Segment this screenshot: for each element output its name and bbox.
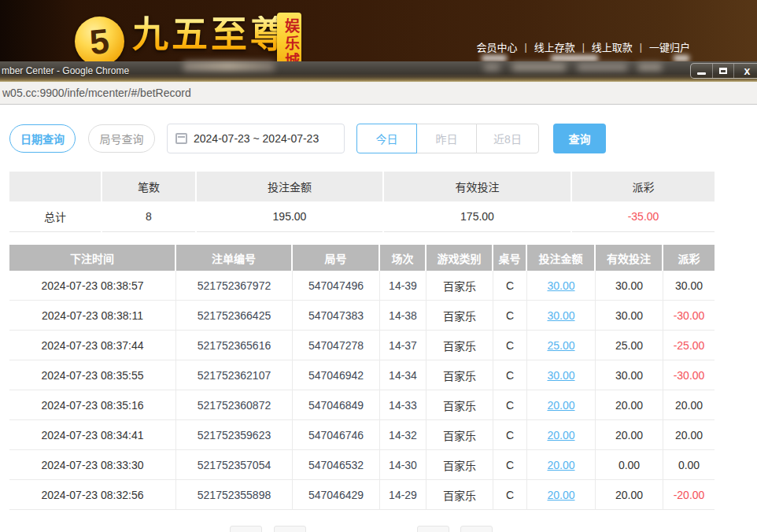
- cell-payout: -25.00: [663, 331, 715, 360]
- col-game-type: 游戏类别: [427, 245, 493, 271]
- cell-table-no: C: [493, 271, 527, 301]
- pagination-button[interactable]: [417, 526, 449, 532]
- cell-payout: -20.00: [663, 480, 715, 510]
- minimize-button[interactable]: [691, 64, 712, 78]
- col-table-no: 桌号: [493, 245, 527, 271]
- window-titlebar[interactable]: mber Center - Google Chrome x: [0, 61, 757, 82]
- cell-round-id: 547046429: [293, 480, 380, 510]
- cell-bet-time: 2024-07-23 08:34:41: [9, 420, 176, 450]
- table-row: 2024-07-23 08:32:56 521752355898 5470464…: [9, 480, 715, 510]
- site-header: 5 九五至尊 娱乐城 会员中心 | 线上存款 | 线上取款 | 一键归户: [0, 0, 757, 65]
- nav-withdraw[interactable]: 线上取款: [592, 39, 633, 54]
- table-row: 2024-07-23 08:37:44 521752365616 5470472…: [9, 331, 715, 360]
- cell-bet-time: 2024-07-23 08:38:11: [9, 301, 176, 331]
- cell-valid-bet: 0.00: [596, 450, 663, 480]
- cell-table-no: C: [493, 331, 527, 360]
- bet-amount-link[interactable]: 20.00: [547, 429, 574, 441]
- bet-amount-link[interactable]: 20.00: [547, 399, 574, 412]
- summary-header-valid-bet: 有效投注: [384, 172, 571, 201]
- cell-bet-time: 2024-07-23 08:37:44: [9, 331, 176, 360]
- summary-total-bet-amount: 195.00: [197, 201, 382, 232]
- window-title: mber Center - Google Chrome: [2, 65, 129, 76]
- col-bet-amount: 投注金额: [527, 245, 596, 271]
- close-icon: x: [744, 65, 751, 76]
- url-bar[interactable]: w05.cc:9900/infe/mcenter/#/betRecord: [0, 82, 757, 105]
- cell-round-id: 547047383: [293, 301, 380, 331]
- cell-round-id: 547046532: [293, 450, 380, 480]
- blurred-region: [578, 63, 627, 71]
- col-bet-time: 下注时间: [9, 245, 176, 271]
- cell-valid-bet: 20.00: [596, 390, 663, 420]
- col-bet-id: 注单编号: [176, 245, 293, 271]
- cell-table-no: C: [493, 450, 527, 480]
- maximize-button[interactable]: [712, 64, 733, 78]
- pagination-button[interactable]: [274, 526, 306, 532]
- cell-game-type: 百家乐: [427, 271, 493, 301]
- cell-payout: 20.00: [663, 390, 715, 420]
- cell-payout: -30.00: [663, 301, 715, 331]
- top-nav: 会员中心 | 线上存款 | 线上取款 | 一键归户: [477, 39, 690, 54]
- blurred-text: [482, 55, 507, 61]
- round-query-tab[interactable]: 局号查询: [88, 124, 155, 153]
- cell-bet-id: 521752359623: [176, 420, 293, 450]
- summary-total-count: 8: [102, 201, 195, 232]
- cell-bet-id: 521752362107: [176, 360, 293, 390]
- table-row: 2024-07-23 08:34:41 521752359623 5470467…: [9, 420, 715, 450]
- summary-header-payout: 派彩: [572, 172, 715, 201]
- cell-round-id: 547046849: [293, 390, 380, 420]
- cell-bet-time: 2024-07-23 08:33:30: [9, 450, 176, 480]
- table-row: 2024-07-23 08:35:16 521752360872 5470468…: [9, 390, 715, 420]
- blurred-text: [551, 55, 598, 61]
- cell-valid-bet: 20.00: [596, 480, 663, 510]
- yesterday-button[interactable]: 昨日: [416, 124, 477, 153]
- cell-session: 14-37: [380, 331, 427, 360]
- summary-total-row: 总计 8 195.00 175.00 -35.00: [9, 201, 715, 232]
- cell-session: 14-30: [380, 450, 427, 480]
- last8days-button[interactable]: 近8日: [476, 124, 539, 153]
- date-range-value: 2024-07-23 ~ 2024-07-23: [194, 132, 319, 145]
- cell-game-type: 百家乐: [427, 331, 493, 360]
- nav-deposit[interactable]: 线上存款: [534, 39, 575, 54]
- summary-total-label: 总计: [9, 201, 101, 232]
- cell-table-no: C: [493, 420, 527, 450]
- pagination-button[interactable]: [460, 526, 493, 532]
- pagination-button[interactable]: [230, 526, 262, 532]
- cell-bet-time: 2024-07-23 08:35:55: [9, 360, 176, 390]
- cell-table-no: C: [493, 390, 527, 420]
- cell-round-id: 547047278: [293, 331, 380, 360]
- col-session: 场次: [380, 245, 427, 271]
- cell-bet-id: 521752355898: [176, 480, 293, 510]
- maximize-icon: [719, 68, 727, 74]
- summary-header-corner: [9, 172, 101, 201]
- bet-amount-link[interactable]: 30.00: [547, 279, 574, 292]
- today-button[interactable]: 今日: [356, 124, 417, 153]
- date-query-tab[interactable]: 日期查询: [9, 124, 76, 153]
- bet-table-header: 下注时间 注单编号 局号 场次 游戏类别 桌号 投注金额 有效投注 派彩: [9, 245, 715, 271]
- cell-payout: 30.00: [663, 271, 715, 301]
- blurred-region: [638, 63, 662, 71]
- bet-amount-link[interactable]: 25.00: [547, 339, 574, 352]
- cell-valid-bet: 20.00: [596, 420, 663, 450]
- date-range-input[interactable]: 2024-07-23 ~ 2024-07-23: [167, 124, 345, 153]
- close-button[interactable]: x: [733, 64, 757, 78]
- calendar-icon: [175, 133, 187, 144]
- bet-amount-link[interactable]: 30.00: [547, 309, 574, 322]
- cell-session: 14-34: [380, 360, 427, 390]
- cell-bet-time: 2024-07-23 08:38:57: [9, 271, 176, 301]
- bet-amount-link[interactable]: 20.00: [547, 459, 574, 471]
- cell-bet-id: 521752366425: [176, 301, 293, 331]
- cell-game-type: 百家乐: [427, 390, 493, 420]
- bet-record-table: 下注时间 注单编号 局号 场次 游戏类别 桌号 投注金额 有效投注 派彩 202…: [9, 245, 715, 510]
- col-round-id: 局号: [293, 245, 380, 271]
- cell-session: 14-29: [380, 480, 427, 510]
- search-button[interactable]: 查询: [553, 124, 606, 153]
- summary-table: 笔数 投注金额 有效投注 派彩 总计 8 195.00 175.00 -35.0…: [9, 172, 715, 232]
- bet-amount-link[interactable]: 30.00: [547, 369, 574, 382]
- cell-bet-time: 2024-07-23 08:32:56: [9, 480, 176, 510]
- nav-one-key[interactable]: 一键归户: [649, 39, 690, 54]
- blurred-text: [674, 55, 689, 61]
- nav-member-center[interactable]: 会员中心: [477, 39, 518, 54]
- bet-amount-link[interactable]: 20.00: [547, 489, 574, 501]
- cell-valid-bet: 25.00: [596, 331, 663, 360]
- minimize-icon: [697, 72, 706, 75]
